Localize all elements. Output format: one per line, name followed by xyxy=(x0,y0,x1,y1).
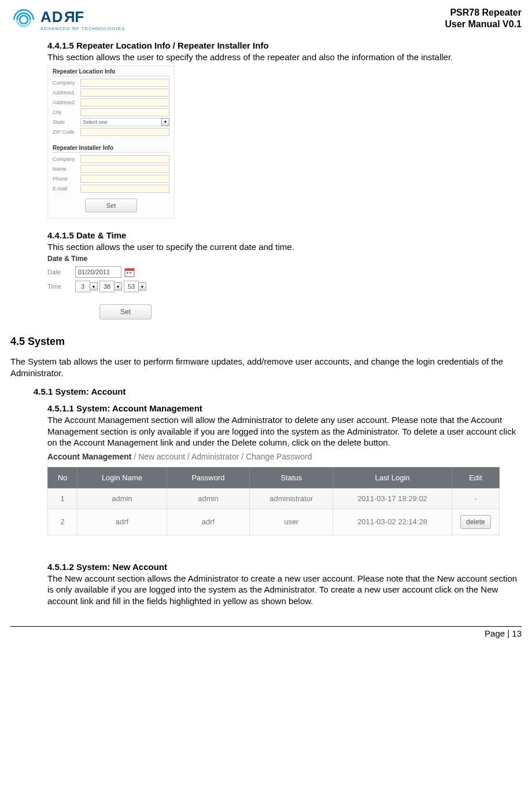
col-password: Password xyxy=(167,467,250,488)
brand-text: ADRF xyxy=(40,8,125,26)
table-row: 1 admin admin administrator 2011-03-17 1… xyxy=(48,488,500,509)
input-minute[interactable]: 38 xyxy=(99,281,114,292)
logo-block: ADRF ADVANCED RF TECHNOLOGIES xyxy=(10,7,125,32)
input-date[interactable] xyxy=(75,266,121,278)
doc-title: PSR78 Repeater User Manual V0.1 xyxy=(445,7,522,30)
label-date: Date xyxy=(47,269,75,275)
label-zip: ZIP Code xyxy=(53,129,80,135)
col-last-login: Last Login xyxy=(333,467,452,488)
col-status: Status xyxy=(250,467,333,488)
heading-45: 4.5 System xyxy=(10,336,522,348)
input-address1[interactable] xyxy=(80,89,169,97)
col-no: No xyxy=(48,467,77,488)
nav-new-account[interactable]: New account xyxy=(138,452,185,461)
calendar-icon[interactable] xyxy=(124,266,135,278)
input-second[interactable]: 53 xyxy=(124,281,139,292)
brand-tagline: ADVANCED RF TECHNOLOGIES xyxy=(40,26,125,31)
page-header: ADRF ADVANCED RF TECHNOLOGIES PSR78 Repe… xyxy=(10,7,522,32)
label-time: Time xyxy=(47,283,75,290)
input-hour[interactable]: 3 xyxy=(75,281,90,292)
input-address2[interactable] xyxy=(80,98,169,106)
input-inst-phone[interactable] xyxy=(80,175,169,183)
col-login: Login Name xyxy=(77,467,167,488)
adrf-logo-icon xyxy=(10,7,37,32)
desc-45: The System tab allows the user to perfor… xyxy=(10,356,522,378)
label-company: Company xyxy=(53,80,80,86)
heading-4512: 4.5.1.2 System: New Account xyxy=(47,562,522,572)
set-button[interactable]: Set xyxy=(85,198,137,212)
repeater-location-form: Repeater Location Info Company Address1 … xyxy=(47,65,175,219)
table-header-row: No Login Name Password Status Last Login… xyxy=(48,467,500,488)
label-inst-name: Name xyxy=(53,166,80,172)
input-inst-email[interactable] xyxy=(80,185,169,193)
nav-change-password[interactable]: Change Password xyxy=(246,452,312,461)
input-inst-name[interactable] xyxy=(80,165,169,173)
label-address1: Address1 xyxy=(53,90,80,95)
delete-button[interactable]: delete xyxy=(460,515,491,529)
label-address2: Address2 xyxy=(53,100,80,105)
label-state: State xyxy=(53,119,80,125)
table-row: 2 adrf adrf user 2011-03-02 22:14:28 del… xyxy=(48,509,500,535)
input-zip[interactable] xyxy=(80,128,169,136)
svg-rect-4 xyxy=(130,272,131,274)
heading-4511: 4.5.1.1 System: Account Management xyxy=(47,403,522,413)
input-inst-company[interactable] xyxy=(80,155,169,163)
set-button[interactable]: Set xyxy=(99,304,152,319)
heading-4415a: 4.4.1.5 Repeater Location Info / Repeate… xyxy=(47,41,522,50)
nav-administrator[interactable]: Administrator xyxy=(191,452,239,461)
chevron-down-icon[interactable]: ▾ xyxy=(114,282,122,290)
label-inst-phone: Phone xyxy=(53,176,80,182)
date-time-form: Date & Time Date Time 3▾ 38▾ 53▾ Set xyxy=(47,255,175,319)
label-inst-company: Company xyxy=(53,156,80,162)
cell-edit: - xyxy=(452,488,499,509)
svg-rect-2 xyxy=(125,269,134,271)
heading-4415b: 4.4.1.5 Date & Time xyxy=(47,230,522,240)
desc-4415b: This section allows the user to specify … xyxy=(47,241,522,253)
chevron-down-icon[interactable]: ▾ xyxy=(138,282,146,290)
account-nav: Account Management / New account / Admin… xyxy=(47,452,522,461)
chevron-down-icon[interactable]: ▾ xyxy=(161,118,169,126)
desc-4512: The New account section allows the Admin… xyxy=(47,573,522,607)
desc-4415a: This section allows the user to specify … xyxy=(47,52,522,63)
label-inst-email: E-mail xyxy=(53,186,80,192)
desc-4511: The Account Management section will allo… xyxy=(47,414,522,448)
svg-point-0 xyxy=(20,16,28,24)
input-city[interactable] xyxy=(80,108,169,116)
select-state[interactable]: Select one ▾ xyxy=(80,118,169,126)
heading-451: 4.5.1 System: Account xyxy=(34,387,522,396)
svg-rect-3 xyxy=(127,272,128,274)
input-company[interactable] xyxy=(80,79,169,87)
installer-form-title: Repeater Installer Info xyxy=(53,145,169,153)
page-number: Page | 13 xyxy=(10,627,522,638)
label-city: City xyxy=(53,109,80,115)
cell-edit: delete xyxy=(452,509,499,535)
account-table: No Login Name Password Status Last Login… xyxy=(47,467,500,535)
nav-account-management[interactable]: Account Management xyxy=(47,452,131,461)
dt-title: Date & Time xyxy=(47,255,175,263)
location-form-title: Repeater Location Info xyxy=(53,68,169,76)
chevron-down-icon[interactable]: ▾ xyxy=(90,282,98,290)
col-edit: Edit xyxy=(452,467,499,488)
